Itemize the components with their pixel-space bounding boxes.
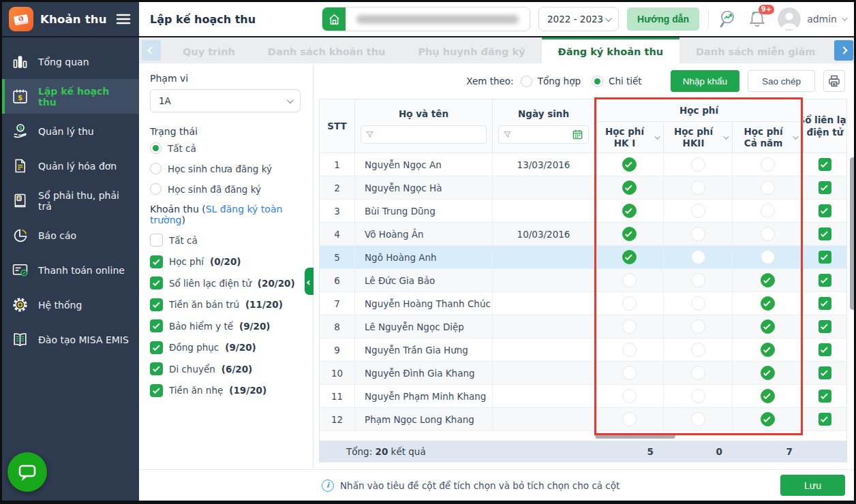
fee-hk1-toggle[interactable] (622, 296, 637, 311)
fee-hk1-toggle[interactable] (622, 319, 637, 334)
fee-option[interactable]: Sổ liên lạc điện tử(20/20) (150, 277, 301, 289)
table-row[interactable]: 4Võ Hoàng Ân10/03/2016 (319, 223, 847, 246)
save-button[interactable]: Lưu (780, 475, 845, 496)
fee-hk2-toggle[interactable] (691, 180, 705, 195)
column-header-dob[interactable]: Ngày sinh (493, 99, 595, 153)
sidebar-item-credit-card[interactable]: Thanh toán online (2, 253, 139, 287)
checkbox[interactable] (150, 362, 163, 375)
fee-option[interactable]: Bảo hiểm y tế(9/20) (150, 319, 301, 332)
horizontal-scrollbar[interactable] (595, 433, 675, 439)
checkbox[interactable] (150, 319, 163, 332)
fee-hk2-toggle[interactable] (691, 296, 705, 311)
fee-hk2-toggle[interactable] (691, 250, 705, 264)
tab-inactive[interactable]: Quy trình (166, 37, 251, 63)
column-header-fee-year[interactable]: Học phí Cả năm (733, 122, 803, 153)
tab-inactive[interactable]: Danh sách miễn giảm (679, 37, 831, 63)
table-row[interactable]: 8Lê Nguyễn Ngọc Diệp (319, 315, 847, 338)
school-year-select[interactable]: 2022 - 2023 (538, 7, 619, 31)
fee-option[interactable]: Di chuyển(6/20) (150, 362, 301, 375)
radio-button[interactable] (150, 163, 162, 174)
contact-book-checkbox[interactable] (819, 390, 831, 403)
tab-active[interactable]: Đăng ký khoản thu (542, 37, 680, 63)
contact-book-checkbox[interactable] (819, 204, 831, 217)
fee-hk1-toggle[interactable] (622, 412, 637, 426)
copy-button[interactable]: Sao chép (748, 70, 815, 92)
fee-hk1-toggle[interactable] (622, 157, 637, 172)
fee-hk2-toggle[interactable] (691, 227, 705, 241)
hamburger-menu-icon[interactable] (116, 13, 131, 25)
checkbox[interactable] (150, 277, 163, 289)
table-row[interactable]: 11Nguyễn Phạm Minh Khang (319, 385, 847, 408)
fee-hk1-toggle[interactable] (622, 273, 637, 287)
calendar-icon[interactable] (572, 129, 583, 140)
status-option[interactable]: Học sinh chưa đăng ký (150, 163, 301, 174)
table-row[interactable]: 6Lê Đức Gia Bảo (319, 269, 847, 292)
fee-option[interactable]: Tiền ăn bán trú(11/20) (150, 298, 301, 311)
sidebar-item-invoice[interactable]: Quản lý hóa đơn (2, 148, 139, 183)
fee-year-toggle[interactable] (761, 366, 775, 380)
radio-button[interactable] (150, 142, 162, 154)
panel-collapse-handle[interactable] (305, 268, 314, 295)
fee-year-toggle[interactable] (761, 204, 775, 218)
contact-book-checkbox[interactable] (819, 320, 831, 333)
fee-year-toggle[interactable] (761, 319, 775, 334)
contact-book-checkbox[interactable] (819, 413, 831, 426)
fee-option[interactable]: Đồng phục(9/20) (150, 341, 301, 354)
fee-option[interactable]: Tiền ăn nhẹ(19/20) (150, 384, 301, 397)
table-row[interactable]: 9Nguyễn Trần Gia Hưng (319, 338, 847, 362)
fee-hk2-toggle[interactable] (691, 157, 705, 172)
chat-support-button[interactable] (7, 452, 47, 492)
fee-year-toggle[interactable] (761, 343, 775, 357)
table-row[interactable]: 12Phạm Ngọc Long Khang (319, 408, 847, 431)
contact-book-checkbox[interactable] (819, 366, 831, 379)
radio-button[interactable] (592, 76, 603, 87)
fee-option[interactable]: Tất cả (150, 234, 301, 247)
contact-book-checkbox[interactable] (819, 251, 831, 264)
tabs-scroll-right-button[interactable] (834, 40, 853, 61)
fee-year-toggle[interactable] (761, 273, 775, 287)
fee-hk2-toggle[interactable] (691, 412, 705, 426)
contact-book-checkbox[interactable] (819, 227, 831, 240)
fee-year-toggle[interactable] (761, 250, 775, 264)
tab-inactive[interactable]: Danh sách khoản thu (251, 37, 402, 63)
radio-button[interactable] (521, 76, 532, 87)
column-header-contact-book[interactable]: Sổ liên lạc điện tử (804, 99, 846, 153)
fee-year-toggle[interactable] (761, 296, 775, 311)
view-option[interactable]: Chi tiết (592, 76, 642, 87)
view-option[interactable]: Tổng hợp (521, 76, 581, 87)
checkbox[interactable] (150, 384, 163, 397)
fee-year-toggle[interactable] (761, 412, 775, 426)
fee-hk2-toggle[interactable] (691, 343, 705, 357)
table-row[interactable]: 7Nguyễn Hoàng Thanh Chúc (319, 292, 847, 315)
sidebar-item-pie-chart[interactable]: Báo cáo (2, 218, 139, 253)
checkbox[interactable] (150, 255, 163, 268)
column-header-name[interactable]: Họ và tên (355, 99, 493, 153)
fee-hk2-toggle[interactable] (691, 389, 705, 403)
contact-book-checkbox[interactable] (819, 158, 831, 171)
sidebar-item-hand-coin[interactable]: $Quản lý thu (2, 114, 139, 148)
fee-hk1-toggle[interactable] (622, 204, 637, 218)
fee-hk1-toggle[interactable] (622, 343, 637, 357)
fee-year-toggle[interactable] (761, 157, 775, 172)
radio-button[interactable] (150, 183, 162, 195)
checkbox[interactable] (150, 234, 163, 247)
table-row[interactable]: 3Bùi Trung Dũng (319, 200, 847, 223)
contact-book-checkbox[interactable] (819, 181, 831, 194)
user-menu[interactable]: admin (807, 14, 846, 25)
fee-hk1-toggle[interactable] (622, 366, 637, 380)
sidebar-item-gear[interactable]: Hệ thống (2, 287, 139, 322)
fee-year-toggle[interactable] (761, 180, 775, 195)
notifications-bell-icon[interactable]: 9+ (746, 8, 768, 30)
column-header-fee-hk1[interactable]: Học phí HK I (595, 122, 664, 153)
fee-year-toggle[interactable] (761, 227, 775, 241)
school-selector[interactable] (322, 7, 530, 31)
name-filter-input[interactable] (361, 125, 487, 144)
table-row[interactable]: 2Nguyễn Ngọc Hà (319, 176, 847, 200)
table-row[interactable]: 1Nguyễn Ngọc An13/03/2016 (319, 153, 847, 176)
scope-select[interactable]: 1A (150, 89, 301, 112)
avatar[interactable] (778, 7, 801, 31)
fee-year-toggle[interactable] (761, 389, 775, 403)
guide-button[interactable]: Hướng dẫn (627, 7, 699, 31)
fee-hk1-toggle[interactable] (622, 389, 637, 403)
search-insights-icon[interactable] (718, 8, 739, 30)
